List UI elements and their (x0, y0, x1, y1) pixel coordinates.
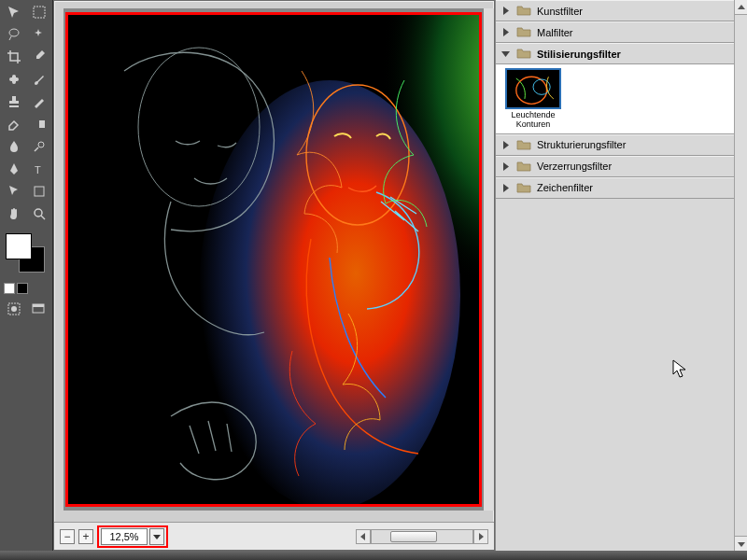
scroll-track[interactable] (371, 529, 473, 544)
filter-category-label: Verzerrungsfilter (537, 161, 612, 172)
wand-tool[interactable] (27, 24, 50, 45)
panel-vertical-scrollbar[interactable] (734, 0, 747, 551)
window-footer-bar (0, 551, 747, 560)
filter-category-strukturierungsfilter[interactable]: Strukturierungsfilter (496, 134, 747, 156)
default-colors-icon[interactable] (4, 283, 15, 294)
marquee-tool[interactable] (27, 2, 50, 22)
zoom-highlight-frame: 12,5% (97, 525, 168, 548)
gradient-tool[interactable] (27, 114, 50, 134)
swap-colors-icon[interactable] (17, 283, 28, 294)
move-tool[interactable] (2, 2, 25, 22)
filter-category-verzerrungsfilter[interactable]: Verzerrungsfilter (496, 156, 747, 177)
svg-text:T: T (35, 164, 41, 175)
folder-icon (516, 25, 531, 39)
folder-icon (516, 4, 531, 18)
filter-category-label: Kunstfilter (537, 6, 583, 17)
folder-icon (516, 138, 531, 152)
path-select-tool[interactable] (2, 181, 25, 202)
disclosure-triangle-icon (501, 7, 511, 15)
svg-point-11 (11, 306, 17, 312)
heal-tool[interactable] (2, 69, 25, 90)
document-window: − + 12,5% (53, 0, 495, 551)
disclosure-triangle-icon (501, 141, 511, 149)
zoom-out-button[interactable]: − (60, 529, 75, 544)
quickmask-tool[interactable] (4, 300, 24, 318)
filter-category-label: Zeichenfilter (537, 182, 593, 193)
preview-highlight-frame (65, 12, 482, 507)
scroll-right-button[interactable] (473, 529, 488, 544)
filter-thumbnail (505, 68, 561, 109)
svg-rect-0 (34, 7, 45, 18)
svg-point-16 (199, 80, 460, 504)
svg-rect-13 (33, 304, 44, 307)
filter-category-stilisierungsfilter[interactable]: Stilisierungsfilter (496, 43, 747, 64)
disclosure-triangle-icon (501, 184, 511, 192)
svg-rect-8 (35, 187, 44, 196)
disclosure-triangle-icon (501, 162, 511, 171)
filter-category-malfilter[interactable]: Malfilter (496, 21, 747, 43)
color-swatches[interactable] (4, 233, 49, 275)
eyedropper-tool[interactable] (27, 47, 50, 67)
folder-icon (516, 181, 531, 195)
scroll-left-button[interactable] (356, 529, 371, 544)
brush-tool[interactable] (27, 69, 50, 90)
svg-point-9 (35, 209, 42, 217)
eraser-tool[interactable] (2, 114, 25, 134)
zoom-tool[interactable] (27, 203, 50, 224)
crop-tool[interactable] (2, 47, 25, 67)
screenmode-tool[interactable] (28, 300, 49, 318)
disclosure-triangle-icon (501, 28, 511, 36)
filter-thumb-leuchtende-konturen[interactable]: Leuchtende Konturen (500, 68, 567, 130)
scroll-down-button[interactable] (735, 536, 747, 551)
zoom-dropdown-button[interactable] (149, 528, 164, 545)
filter-category-label: Strukturierungsfilter (537, 139, 626, 150)
zoom-level-field[interactable]: 12,5% (101, 528, 148, 545)
filter-thumbnails-area: Leuchtende Konturen (496, 64, 747, 134)
shape-tool[interactable] (27, 181, 50, 202)
filter-category-kunstfilter[interactable]: Kunstfilter (496, 0, 747, 21)
horizontal-scrollbar[interactable] (356, 529, 488, 544)
dodge-tool[interactable] (27, 136, 50, 157)
filter-gallery-panel: Kunstfilter Malfilter Stilisierungsfilte… (495, 0, 747, 551)
scroll-thumb[interactable] (390, 531, 437, 542)
filter-category-label: Stilisierungsfilter (537, 49, 621, 60)
stamp-tool[interactable] (2, 91, 25, 112)
lasso-tool[interactable] (2, 24, 25, 45)
filter-thumb-label: Leuchtende Konturen (500, 111, 567, 130)
history-brush-tool[interactable] (27, 91, 50, 112)
filter-category-label: Malfilter (537, 27, 573, 38)
zoom-in-button[interactable]: + (78, 529, 93, 544)
filtered-image-preview (68, 15, 479, 504)
svg-rect-5 (34, 120, 39, 128)
blur-tool[interactable] (2, 136, 25, 157)
svg-point-6 (38, 142, 44, 147)
tool-palette: T (0, 0, 53, 560)
disclosure-triangle-icon (501, 49, 511, 58)
svg-rect-3 (9, 105, 19, 107)
svg-rect-2 (12, 75, 16, 84)
hand-tool[interactable] (2, 203, 25, 224)
filter-category-zeichenfilter[interactable]: Zeichenfilter (496, 177, 747, 199)
folder-icon (516, 160, 531, 174)
scroll-up-button[interactable] (735, 0, 747, 15)
folder-icon (516, 47, 531, 61)
canvas[interactable] (63, 8, 484, 511)
pen-tool[interactable] (2, 159, 25, 179)
foreground-color-swatch[interactable] (6, 233, 32, 259)
type-tool[interactable]: T (27, 159, 50, 179)
document-status-bar: − + 12,5% (54, 522, 494, 550)
